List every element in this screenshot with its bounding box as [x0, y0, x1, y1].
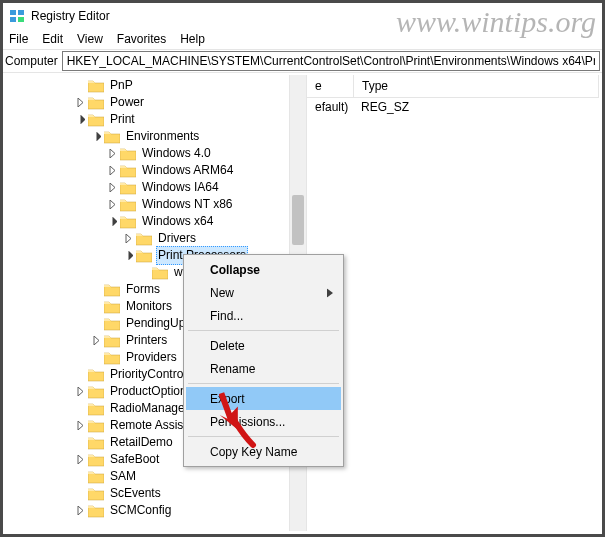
folder-icon — [120, 181, 136, 195]
ctx-collapse[interactable]: Collapse — [186, 258, 341, 281]
chevron-right-icon[interactable] — [90, 335, 102, 347]
tree-item[interactable]: Windows IA64 — [6, 179, 306, 196]
folder-icon — [120, 164, 136, 178]
tree-item[interactable]: Windows 4.0 — [6, 145, 306, 162]
folder-icon — [88, 504, 104, 518]
col-name-partial[interactable]: e — [307, 75, 354, 97]
tree-item-label: Forms — [124, 281, 162, 298]
chevron-down-icon[interactable] — [106, 216, 118, 228]
ctx-find[interactable]: Find... — [186, 304, 341, 327]
scrollbar-thumb[interactable] — [292, 195, 304, 245]
folder-icon — [88, 368, 104, 382]
folder-icon — [104, 334, 120, 348]
tree-item-label: ScEvents — [108, 485, 163, 502]
ctx-export[interactable]: Export — [186, 387, 341, 410]
chevron-down-icon[interactable] — [90, 131, 102, 143]
chevron-right-icon[interactable] — [74, 454, 86, 466]
ctx-new-label: New — [210, 286, 234, 300]
tree-item-label: Windows 4.0 — [140, 145, 213, 162]
folder-icon — [104, 317, 120, 331]
svg-rect-2 — [10, 17, 16, 22]
chevron-right-icon[interactable] — [74, 420, 86, 432]
folder-icon — [88, 79, 104, 93]
tree-item-label: Windows x64 — [140, 213, 215, 230]
menu-bar: File Edit View Favorites Help — [3, 29, 602, 50]
ctx-delete[interactable]: Delete — [186, 334, 341, 357]
folder-icon — [152, 266, 168, 280]
tree-item-label: Power — [108, 94, 146, 111]
values-header: e Type — [307, 75, 599, 98]
menu-edit[interactable]: Edit — [42, 32, 63, 46]
tree-item[interactable]: Drivers — [6, 230, 306, 247]
tree-item-label: SAM — [108, 468, 138, 485]
ctx-rename[interactable]: Rename — [186, 357, 341, 380]
tree-item[interactable]: Environments — [6, 128, 306, 145]
tree-item-label: Providers — [124, 349, 179, 366]
tree-item-label: Printers — [124, 332, 169, 349]
values-pane: e Type efault) REG_SZ — [307, 75, 599, 531]
tree-item[interactable]: SAM — [6, 468, 306, 485]
folder-icon — [88, 419, 104, 433]
value-row[interactable]: efault) REG_SZ — [307, 98, 599, 116]
tree-item[interactable]: Windows x64 — [6, 213, 306, 230]
folder-icon — [120, 215, 136, 229]
folder-icon — [136, 249, 152, 263]
chevron-right-icon[interactable] — [106, 165, 118, 177]
menu-help[interactable]: Help — [180, 32, 205, 46]
tree-context-menu: Collapse New Find... Delete Rename Expor… — [183, 254, 344, 467]
chevron-right-icon[interactable] — [74, 97, 86, 109]
regedit-icon — [9, 8, 25, 24]
tree-item[interactable]: PnP — [6, 77, 306, 94]
menu-favorites[interactable]: Favorites — [117, 32, 166, 46]
chevron-right-icon[interactable] — [74, 505, 86, 517]
window-title: Registry Editor — [31, 9, 110, 23]
tree-item-label: Drivers — [156, 230, 198, 247]
folder-icon — [88, 113, 104, 127]
menu-view[interactable]: View — [77, 32, 103, 46]
folder-icon — [104, 130, 120, 144]
chevron-right-icon[interactable] — [106, 182, 118, 194]
tree-item[interactable]: Print — [6, 111, 306, 128]
value-type-cell: REG_SZ — [353, 100, 599, 114]
col-type[interactable]: Type — [354, 75, 599, 97]
addressbar-path[interactable] — [62, 51, 600, 71]
chevron-right-icon[interactable] — [106, 199, 118, 211]
svg-rect-1 — [18, 10, 24, 15]
folder-icon — [104, 283, 120, 297]
folder-icon — [136, 232, 152, 246]
folder-icon — [88, 96, 104, 110]
value-name-cell: efault) — [307, 100, 353, 114]
tree-item-label: PriorityControl — [108, 366, 188, 383]
ctx-permissions[interactable]: Permissions... — [186, 410, 341, 433]
tree-item-label: ProductOptions — [108, 383, 195, 400]
chevron-down-icon[interactable] — [74, 114, 86, 126]
menu-file[interactable]: File — [9, 32, 28, 46]
address-bar: Computer — [3, 50, 602, 73]
folder-icon — [104, 300, 120, 314]
ctx-separator — [188, 436, 339, 437]
tree-item-label: Windows IA64 — [140, 179, 221, 196]
chevron-right-icon[interactable] — [74, 386, 86, 398]
ctx-separator — [188, 383, 339, 384]
tree-item[interactable]: ScEvents — [6, 485, 306, 502]
folder-icon — [88, 385, 104, 399]
addressbar-label: Computer — [5, 54, 58, 68]
ctx-copy-key-name[interactable]: Copy Key Name — [186, 440, 341, 463]
ctx-separator — [188, 330, 339, 331]
svg-rect-3 — [18, 17, 24, 22]
tree-item-label: Environments — [124, 128, 201, 145]
chevron-down-icon[interactable] — [122, 250, 134, 262]
tree-item[interactable]: Windows ARM64 — [6, 162, 306, 179]
tree-item[interactable]: SCMConfig — [6, 502, 306, 519]
folder-icon — [88, 453, 104, 467]
tree-item-label: PnP — [108, 77, 135, 94]
tree-item-label: SCMConfig — [108, 502, 173, 519]
tree-item-label: Monitors — [124, 298, 174, 315]
chevron-right-icon[interactable] — [106, 148, 118, 160]
tree-item[interactable]: Power — [6, 94, 306, 111]
ctx-new[interactable]: New — [186, 281, 341, 304]
tree-item-label: RetailDemo — [108, 434, 175, 451]
tree-item[interactable]: Windows NT x86 — [6, 196, 306, 213]
tree-item-label: Windows NT x86 — [140, 196, 234, 213]
chevron-right-icon[interactable] — [122, 233, 134, 245]
